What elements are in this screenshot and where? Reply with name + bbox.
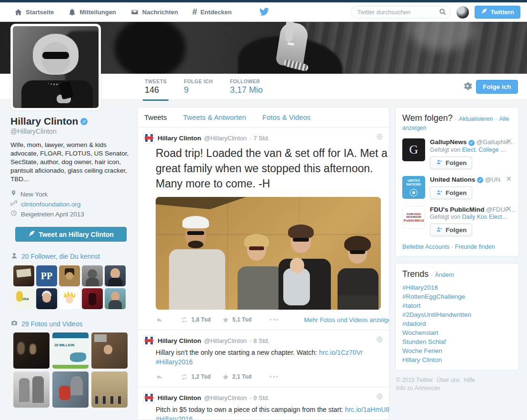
tweet[interactable]: Hillary Clinton @HillaryClinton · 7 Std.… (138, 127, 389, 330)
suggestion-avatar[interactable]: UNITED NATIONS (402, 176, 425, 199)
follow-button[interactable]: Folgen (430, 156, 472, 169)
follower-avatar[interactable] (13, 265, 34, 286)
tab-photos-videos[interactable]: Fotos & Videos (262, 113, 310, 121)
stat-followers[interactable]: FOLLOWER 3,17 Mio (228, 78, 265, 100)
tweet[interactable]: Hillary Clinton @HillaryClinton · 8 Std.… (138, 330, 389, 387)
photo-thumbnail[interactable] (13, 371, 50, 408)
tweet-author-avatar[interactable] (143, 392, 155, 403)
follower-avatar[interactable] (59, 288, 80, 309)
popular-accounts-link[interactable]: Beliebte Accounts (402, 244, 449, 250)
hashtag-link[interactable]: #Hillary2016 (156, 415, 193, 420)
nav-item-notifications[interactable]: Mitteilungen (68, 8, 116, 16)
retweet-button[interactable]: 1,8 Tsd (180, 316, 222, 323)
tweet-author-name[interactable]: Hillary Clinton (158, 337, 201, 344)
tweet-author-name[interactable]: Hillary Clinton (158, 394, 201, 401)
trend-item[interactable]: #2DaysUntilHandwritten (402, 310, 512, 319)
tweet-author-handle[interactable]: @HillaryClinton (204, 337, 247, 344)
follower-avatar[interactable]: SIENA (13, 288, 34, 309)
ads-info-link[interactable]: Info zu Annoncen (396, 385, 440, 391)
find-friends-link[interactable]: Freunde finden (455, 244, 495, 250)
favorite-button[interactable]: 2,1 Tsd (222, 373, 269, 381)
trend-item[interactable]: Wochenstart (402, 328, 512, 337)
tweet-author-avatar[interactable] (143, 132, 155, 144)
tweet-author-name[interactable]: Hillary Clinton (158, 135, 201, 142)
follower-avatar[interactable] (105, 265, 126, 286)
search-icon[interactable] (439, 8, 447, 18)
profile-avatar[interactable] (10, 24, 101, 110)
twitter-bird-logo[interactable] (259, 8, 269, 18)
followed-by-link[interactable]: Elect. College … (462, 147, 506, 153)
stat-following[interactable]: FOLGE ICH 9 (182, 78, 215, 100)
followers-you-know-link[interactable]: 20 Follower, die Du kennst (10, 252, 130, 261)
follower-avatar[interactable] (105, 288, 126, 309)
trend-item[interactable]: #dadord (402, 319, 512, 328)
tweet-link[interactable]: hrc.io/1aHmU8Q (345, 406, 389, 413)
follow-button[interactable]: Folgen (430, 224, 472, 236)
tweet-author-avatar[interactable] (143, 335, 155, 346)
nav-item-messages[interactable]: Nachrichten (130, 8, 178, 16)
dismiss-icon[interactable]: ✕ (506, 206, 512, 212)
photo-thumbnail[interactable] (52, 371, 89, 408)
follower-avatar[interactable] (82, 265, 103, 286)
retweet-button[interactable]: 1,2 Tsd (180, 373, 222, 381)
profile-website-link[interactable]: clintonfoundation.org (21, 199, 80, 209)
tab-tweets[interactable]: Tweets (144, 113, 167, 121)
follower-avatar[interactable] (59, 265, 80, 286)
dismiss-icon[interactable]: ✕ (506, 138, 512, 144)
tweet-author-handle[interactable]: @HillaryClinton (204, 394, 247, 401)
suggestion-avatar[interactable]: FAIRLEIGH DICKINSONPublicMind (402, 206, 425, 229)
follower-avatar[interactable] (82, 288, 103, 309)
hashtag-link[interactable]: #Hillary2016 (156, 358, 193, 366)
tweet-to-user-button[interactable]: Tweet an Hillary Clinton (15, 227, 127, 242)
globe-icon[interactable] (376, 133, 383, 142)
trend-item[interactable]: #tatort (402, 301, 512, 310)
suggestion-avatar[interactable]: G (402, 138, 425, 161)
help-link[interactable]: Hilfe (464, 377, 475, 383)
following-button[interactable]: Folge ich (476, 80, 518, 94)
suggestion-name[interactable]: United Nations (430, 176, 475, 183)
tweet[interactable]: Hillary Clinton @HillaryClinton · 9 Std.… (138, 387, 389, 420)
gear-icon[interactable] (463, 81, 472, 93)
follower-avatar[interactable] (36, 288, 57, 309)
photo-thumbnail[interactable] (91, 332, 128, 369)
photo-thumbnail[interactable]: 20 MILLION (52, 332, 89, 369)
trend-item[interactable]: #RottenEggChallenge (402, 292, 512, 301)
tweet-timestamp[interactable]: · 9 Std. (249, 394, 269, 401)
compose-tweet-button[interactable]: Twittern (475, 6, 520, 19)
dismiss-icon[interactable]: ✕ (506, 176, 512, 182)
favorite-button[interactable]: 5,1 Tsd (222, 316, 269, 323)
photo-thumbnail[interactable] (13, 332, 50, 369)
tweet-timestamp[interactable]: · 7 Std. (249, 135, 269, 142)
user-avatar[interactable] (457, 6, 469, 19)
tweet-timestamp[interactable]: · 8 Std. (249, 337, 269, 344)
suggestion-name[interactable]: FDU's PublicMind (430, 206, 484, 213)
about-link[interactable]: Über uns (437, 377, 460, 383)
profile-handle[interactable]: @HillaryClinton (10, 127, 130, 135)
photo-thumbnail[interactable] (91, 371, 128, 408)
reply-button[interactable] (156, 316, 180, 323)
tweet-photo[interactable] (156, 197, 381, 310)
change-trends-link[interactable]: Ändern (435, 272, 454, 278)
search-input[interactable] (351, 6, 451, 19)
profile-name[interactable]: Hillary Clinton (10, 116, 78, 127)
followed-by-link[interactable]: Daily Kos Elect… (462, 214, 508, 220)
stat-tweets[interactable]: TWEETS 146 (143, 78, 169, 100)
follow-button[interactable]: Folgen (430, 186, 472, 199)
nav-item-home[interactable]: Startseite (14, 8, 54, 16)
globe-icon[interactable] (376, 393, 383, 402)
more-button[interactable]: ••• (269, 316, 298, 323)
more-photos-videos-link[interactable]: Mehr Fotos und Videos anzeigen (304, 316, 389, 323)
suggestion-name[interactable]: GallupNews (430, 138, 467, 146)
trend-item[interactable]: Stunden Schlaf (402, 337, 512, 346)
trend-item[interactable]: Woche Ferien (402, 346, 512, 355)
refresh-link[interactable]: Aktualisieren (459, 116, 493, 122)
tab-tweets-replies[interactable]: Tweets & Antworten (183, 113, 247, 121)
nav-item-discover[interactable]: # Entdecken (192, 7, 232, 17)
photos-videos-link[interactable]: 29 Fotos und Videos (10, 320, 130, 328)
reply-button[interactable] (156, 373, 180, 381)
tweet-author-handle[interactable]: @HillaryClinton (204, 135, 247, 142)
more-button[interactable]: ••• (269, 373, 298, 381)
tweet-link[interactable]: hrc.io/1Cz70Vr (319, 349, 363, 356)
follower-avatar[interactable]: PP (36, 265, 57, 286)
globe-icon[interactable] (376, 336, 383, 345)
